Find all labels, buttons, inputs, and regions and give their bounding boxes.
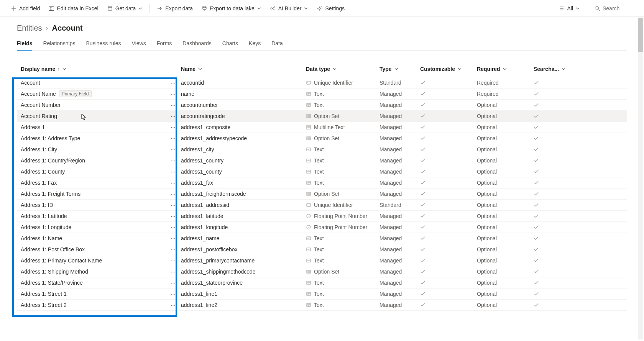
search-input[interactable]	[603, 5, 633, 11]
tab-relationships[interactable]: Relationships	[43, 38, 75, 50]
more-actions-button[interactable]: ⋯	[169, 213, 177, 219]
table-row[interactable]: Address 1⋯address1_compositeMultiline Te…	[17, 122, 627, 133]
table-row[interactable]: Address 1: Address Type⋯address1_address…	[17, 133, 627, 144]
table-row[interactable]: Address 1: Longitude⋯address1_longitudeF…	[17, 222, 627, 233]
field-display-name: Address 1: City	[21, 146, 57, 152]
ai-builder-button[interactable]: AI Builder	[267, 4, 312, 13]
field-type: Managed	[380, 135, 420, 141]
table-row[interactable]: Address 1: County⋯address1_countyTextMan…	[17, 166, 627, 177]
field-display-name: Address 1: State/Province	[21, 280, 83, 286]
table-row[interactable]: Address 1: Primary Contact Name⋯address1…	[17, 255, 627, 266]
table-row[interactable]: Address 1: City⋯address1_cityTextManaged…	[17, 144, 627, 155]
more-actions-button[interactable]: ⋯	[169, 258, 177, 264]
breadcrumb-parent[interactable]: Entities	[17, 24, 42, 33]
content-area: Entities › Account FieldsRelationshipsBu…	[0, 17, 644, 341]
table-row[interactable]: Address 1: Street 1⋯address1_line1TextMa…	[17, 289, 627, 300]
svg-point-3	[271, 8, 272, 9]
field-schema-name: address1_primarycontactname	[181, 257, 306, 264]
divider	[150, 4, 150, 13]
svg-point-1	[108, 6, 112, 8]
col-display-name[interactable]: Display name ↑	[18, 66, 181, 72]
table-row[interactable]: Address 1: Post Office Box⋯address1_post…	[17, 244, 627, 255]
tab-data[interactable]: Data	[271, 38, 283, 50]
field-datatype: Text	[314, 302, 324, 308]
col-name[interactable]: Name	[181, 66, 306, 72]
table-row[interactable]: Address 1: Freight Terms⋯address1_freigh…	[17, 189, 627, 200]
field-display-name: Address 1: County	[21, 169, 65, 175]
col-searchable[interactable]: Searcha...	[534, 66, 564, 72]
more-actions-button[interactable]: ⋯	[169, 147, 177, 152]
more-actions-button[interactable]: ⋯	[169, 80, 177, 86]
field-datatype: Unique Identifier	[314, 202, 353, 208]
table-row[interactable]: Address 1: Latitude⋯address1_latitudeFlo…	[17, 211, 627, 222]
more-actions-button[interactable]: ⋯	[169, 225, 177, 230]
table-row[interactable]: Account Number⋯accountnumberTextManagedO…	[17, 100, 627, 111]
more-actions-button[interactable]: ⋯	[169, 291, 177, 297]
divider	[587, 4, 587, 13]
table-row[interactable]: Address 1: Fax⋯address1_faxTextManagedOp…	[17, 177, 627, 189]
edit-excel-button[interactable]: Edit data in Excel	[45, 4, 101, 13]
more-actions-button[interactable]: ⋯	[169, 169, 177, 175]
more-actions-button[interactable]: ⋯	[169, 158, 177, 164]
more-actions-button[interactable]: ⋯	[169, 302, 177, 308]
get-data-button[interactable]: Get data	[104, 4, 146, 13]
col-data-type[interactable]: Data type	[306, 66, 380, 72]
table-row[interactable]: Address 1: Name⋯address1_nameTextManaged…	[17, 233, 627, 244]
field-datatype: Text	[314, 91, 324, 97]
table-row[interactable]: Address 1: ID⋯address1_addressidUnique I…	[17, 200, 627, 211]
more-actions-button[interactable]: ⋯	[169, 136, 177, 141]
datatype-icon	[306, 113, 311, 119]
col-required[interactable]: Required	[477, 66, 534, 72]
sort-asc-icon: ↑	[58, 67, 60, 71]
export-data-button[interactable]: Export data	[154, 4, 196, 13]
tab-dashboards[interactable]: Dashboards	[182, 38, 212, 50]
tab-fields[interactable]: Fields	[17, 38, 32, 50]
check-icon	[534, 258, 564, 263]
tab-business-rules[interactable]: Business rules	[86, 38, 121, 50]
datatype-icon	[306, 91, 311, 97]
datatype-icon	[306, 280, 311, 285]
settings-button[interactable]: Settings	[314, 4, 348, 13]
tab-forms[interactable]: Forms	[157, 38, 172, 50]
field-customizable	[420, 169, 477, 174]
more-actions-button[interactable]: ⋯	[169, 91, 177, 97]
table-row[interactable]: Address 1: Shipping Method⋯address1_ship…	[17, 266, 627, 277]
col-customizable[interactable]: Customizable	[420, 66, 477, 72]
scrollbar-thumb[interactable]	[638, 18, 643, 52]
field-type: Managed	[380, 124, 420, 130]
field-searchable	[534, 102, 564, 108]
more-actions-button[interactable]: ⋯	[169, 191, 177, 197]
field-searchable	[534, 147, 564, 152]
tab-keys[interactable]: Keys	[249, 38, 261, 50]
more-actions-button[interactable]: ⋯	[169, 247, 177, 252]
table-row[interactable]: Account Rating⋯accountratingcodeOption S…	[17, 111, 627, 122]
field-required: Optional	[477, 135, 534, 141]
more-actions-button[interactable]: ⋯	[169, 280, 177, 286]
check-icon	[534, 225, 564, 230]
more-actions-button[interactable]: ⋯	[169, 236, 177, 241]
table-row[interactable]: Address 1: Country/Region⋯address1_count…	[17, 155, 627, 166]
export-datalake-button[interactable]: Export to data lake	[198, 4, 264, 13]
field-schema-name: address1_country	[181, 157, 306, 164]
tab-views[interactable]: Views	[132, 38, 146, 50]
more-actions-button[interactable]: ⋯	[169, 125, 177, 130]
tab-charts[interactable]: Charts	[222, 38, 238, 50]
table-row[interactable]: Account NamePrimary Field⋯nameTextManage…	[17, 89, 627, 100]
scrollbar-track[interactable]	[638, 18, 643, 339]
datatype-icon	[306, 225, 311, 230]
search-box[interactable]	[591, 4, 636, 13]
database-icon	[107, 5, 113, 11]
table-row[interactable]: Address 1: State/Province⋯address1_state…	[17, 277, 627, 289]
check-icon	[420, 247, 477, 252]
more-actions-button[interactable]: ⋯	[169, 113, 177, 119]
table-row[interactable]: Account⋯accountidUnique IdentifierStanda…	[17, 77, 627, 89]
add-field-button[interactable]: Add field	[8, 4, 43, 13]
filter-all-button[interactable]: All	[555, 4, 583, 13]
more-actions-button[interactable]: ⋯	[169, 202, 177, 208]
field-required: Required	[477, 91, 534, 97]
more-actions-button[interactable]: ⋯	[169, 102, 177, 108]
col-type[interactable]: Type	[380, 66, 420, 72]
table-row[interactable]: Address 1: Street 2⋯address1_line2TextMa…	[17, 300, 627, 311]
more-actions-button[interactable]: ⋯	[169, 180, 177, 186]
more-actions-button[interactable]: ⋯	[169, 269, 177, 275]
